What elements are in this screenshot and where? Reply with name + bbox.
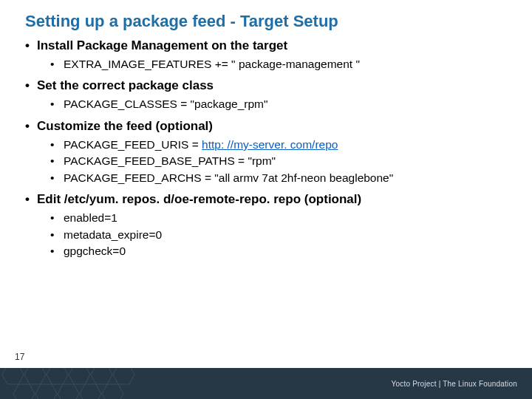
section-heading: Edit /etc/yum. repos. d/oe-remote-repo. … — [37, 192, 361, 207]
list-item: PACKAGE_FEED_BASE_PATHS = "rpm" — [64, 153, 276, 169]
bullet-icon: • — [50, 137, 64, 153]
bullet-icon: • — [50, 243, 64, 259]
list-item: metadata_expire=0 — [64, 227, 162, 243]
hexagon-pattern-icon — [0, 368, 170, 399]
section-heading: Customize the feed (optional) — [37, 119, 213, 134]
list-item: EXTRA_IMAGE_FEATURES += " package-manage… — [64, 56, 360, 72]
page-number: 17 — [15, 352, 24, 362]
list-item: gpgcheck=0 — [64, 243, 126, 259]
bullet-icon: • — [25, 192, 37, 207]
bullet-icon: • — [50, 227, 64, 243]
svg-marker-0 — [2, 368, 24, 384]
bullet-icon: • — [50, 56, 64, 72]
list-item: enabled=1 — [64, 210, 117, 226]
list-item: PACKAGE_CLASSES = "package_rpm" — [64, 96, 268, 112]
list-item: PACKAGE_FEED_ARCHS = "all armv 7at 2hf-n… — [64, 170, 393, 186]
svg-marker-4 — [91, 368, 112, 384]
svg-marker-7 — [58, 384, 79, 399]
bullet-icon: • — [50, 96, 64, 112]
slide-footer: Yocto Project | The Linux Foundation — [0, 368, 532, 399]
svg-marker-10 — [113, 368, 134, 384]
svg-marker-5 — [13, 384, 35, 399]
svg-marker-8 — [80, 384, 101, 399]
svg-marker-2 — [47, 368, 68, 384]
bullet-icon: • — [25, 119, 37, 134]
footer-attribution: Yocto Project | The Linux Foundation — [392, 368, 517, 399]
feed-uri-link[interactable]: http: //my-server. com/repo — [202, 138, 338, 151]
bullet-icon: • — [25, 78, 37, 93]
svg-marker-3 — [69, 368, 90, 384]
bullet-icon: • — [50, 170, 64, 186]
slide-title: Setting up a package feed - Target Setup — [0, 0, 532, 38]
list-item: PACKAGE_FEED_URIS = http: //my-server. c… — [64, 137, 338, 153]
section-heading: Set the correct package class — [37, 78, 214, 93]
svg-marker-9 — [102, 384, 123, 399]
svg-marker-1 — [24, 368, 46, 384]
bullet-icon: • — [50, 210, 64, 226]
slide-content: •Install Package Management on the targe… — [0, 38, 532, 260]
bullet-icon: • — [50, 153, 64, 169]
section-heading: Install Package Management on the target — [37, 38, 287, 53]
bullet-icon: • — [25, 38, 37, 53]
svg-marker-6 — [35, 384, 57, 399]
